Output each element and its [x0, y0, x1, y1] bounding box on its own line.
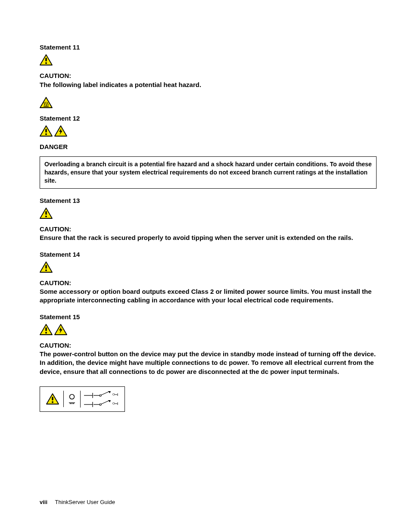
warning-icon [40, 54, 53, 65]
svg-point-14 [100, 395, 101, 396]
caution-text: The following label indicates a potentia… [40, 81, 377, 89]
footer-title: ThinkServer User Guide [55, 499, 115, 505]
disconnect-switch-icon: O [84, 391, 119, 398]
dc-ground-icon [68, 402, 76, 405]
caution-text: Some accessory or option board outputs e… [40, 287, 377, 305]
caution-text: Ensure that the rack is secured properly… [40, 233, 377, 242]
disconnect-switch-icon: O [84, 400, 119, 407]
power-button-icon [68, 393, 76, 401]
page-footer: viii ThinkServer User Guide [40, 498, 115, 506]
svg-line-24 [101, 401, 109, 404]
statement-heading: Statement 11 [40, 43, 377, 52]
statement-13: Statement 13 CAUTION: Ensure that the ra… [40, 196, 377, 243]
warning-icon [40, 125, 53, 137]
danger-label: DANGER [40, 143, 377, 151]
warning-icon [40, 324, 53, 335]
diagram-warning-cell [42, 391, 64, 407]
statement-12: Statement 12 DANGER Overloading a branch… [40, 114, 377, 189]
dc-power-disconnect-diagram: O O [40, 386, 125, 412]
svg-point-6 [70, 394, 75, 399]
heat-hazard-icon [40, 97, 53, 108]
page-number: viii [40, 499, 47, 505]
statement-15: Statement 15 CAUTION: The power-control … [40, 313, 377, 412]
svg-line-15 [101, 392, 109, 395]
danger-text: Overloading a branch circuit is a potent… [44, 160, 372, 185]
svg-point-23 [100, 404, 101, 405]
caution-label: CAUTION: [40, 72, 377, 80]
caution-label: CAUTION: [40, 279, 377, 287]
statement-heading: Statement 13 [40, 196, 377, 205]
diagram-disconnect-cell: O O [81, 389, 123, 410]
caution-label: CAUTION: [40, 341, 377, 350]
caution-text: The power-control button on the device m… [40, 350, 377, 376]
statement-11: Statement 11 CAUTION: The following labe… [40, 43, 377, 108]
danger-box: Overloading a branch circuit is a potent… [40, 156, 377, 189]
statement-heading: Statement 12 [40, 114, 377, 123]
shock-hazard-icon [54, 324, 67, 335]
statement-14: Statement 14 CAUTION: Some accessory or … [40, 250, 377, 305]
statement-heading: Statement 14 [40, 250, 377, 259]
warning-icon [40, 208, 53, 219]
caution-label: CAUTION: [40, 225, 377, 233]
warning-icon [46, 393, 59, 404]
svg-marker-25 [108, 400, 111, 402]
svg-marker-16 [108, 391, 111, 393]
statement-heading: Statement 15 [40, 313, 377, 321]
warning-icon [40, 261, 53, 273]
shock-hazard-icon [54, 125, 67, 137]
diagram-power-button-cell [64, 391, 81, 408]
